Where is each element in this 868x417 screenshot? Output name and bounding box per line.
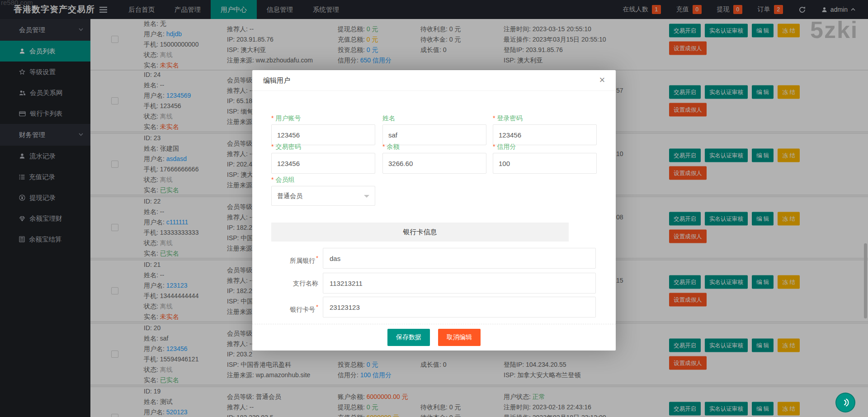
field-label: *信用分 [493,142,597,151]
member-group-select[interactable]: 普通会员 [271,186,375,206]
bank-label-text: 支行名称 [293,280,318,287]
bank-name-input[interactable] [323,248,596,269]
user-account-label: 用户账号 [275,114,301,122]
trade-password-label: 交易密码 [275,143,301,150]
bank-section-header: 银行卡信息 [271,223,569,242]
edit-user-modal: 编辑用户 × *用户账号姓名*登录密码*交易密码*余额*信用分 *会员组 普通会… [252,70,616,351]
fullname-label: 姓名 [382,114,395,122]
chevron-down-icon [364,195,369,200]
modal-title: 编辑用户 [252,70,616,91]
service-icon [840,398,850,408]
balance-field: *余额 [382,142,486,174]
save-button[interactable]: 保存数据 [387,329,430,346]
field-label: *用户账号 [271,114,375,123]
member-group-label: 会员组 [275,176,294,183]
fullname-field: 姓名 [382,114,486,145]
app-root: re580.com 香港数字资产交易所 后台首页产品管理用户中心信息管理系统管理… [0,0,868,417]
balance-label: 余额 [387,143,399,150]
required-star: * [271,114,274,122]
member-group-field: *会员组 [271,175,375,184]
required-star: * [382,143,385,150]
required-star: * [271,176,274,183]
balance-input[interactable] [382,153,486,174]
required-star: * [316,303,318,310]
card-number-input[interactable] [323,297,596,317]
trade-password-field: *交易密码 [271,142,375,174]
branch-name-input[interactable] [323,273,596,294]
credit-score-input[interactable] [493,153,597,174]
credit-score-field: *信用分 [493,142,597,174]
bank-label-text: 银行卡号 [290,306,315,313]
required-star: * [493,143,495,150]
member-group-value: 普通会员 [277,192,302,199]
field-label: *登录密码 [493,114,597,123]
customer-service-float-button[interactable] [835,393,855,412]
required-star: * [271,143,274,150]
bank-name-label: 所属银行* [252,248,318,271]
field-label: *交易密码 [271,142,375,151]
modal-buttons: 保存数据 取消编辑 [252,329,616,346]
field-label: *余额 [382,142,486,151]
card-number-label: 银行卡号* [252,297,318,320]
required-star: * [316,255,318,261]
card-number-field: 银行卡号* [252,297,616,317]
trade-password-input[interactable] [271,153,375,174]
login-password-field: *登录密码 [493,114,597,145]
field-label: 姓名 [382,114,486,123]
cancel-button[interactable]: 取消编辑 [438,329,481,346]
login-password-label: 登录密码 [497,114,522,122]
bank-name-field: 所属银行* [252,248,616,269]
bank-label-text: 所属银行 [290,257,315,264]
user-account-field: *用户账号 [271,114,375,145]
credit-score-label: 信用分 [497,143,516,150]
required-star: * [493,114,495,122]
close-icon[interactable]: × [596,74,609,86]
divider [252,324,616,324]
branch-name-label: 支行名称 [252,273,318,294]
branch-name-field: 支行名称 [252,273,616,294]
